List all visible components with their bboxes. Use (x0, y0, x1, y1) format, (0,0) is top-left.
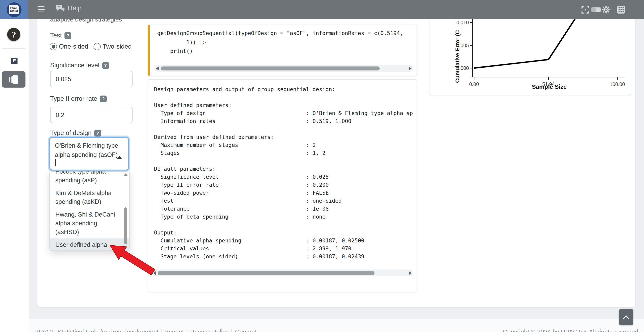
theme-toggle[interactable] (591, 7, 602, 12)
sidebar-item-active-tool[interactable] (2, 71, 26, 88)
rpact-cloud-logo[interactable]: PACT Cloud (0, 0, 28, 19)
scroll-to-top-button[interactable] (619, 309, 633, 325)
contact-link[interactable]: Contact (235, 328, 256, 332)
chevron-up-icon (623, 315, 629, 319)
help-badge-icon[interactable]: ? (102, 62, 109, 69)
significance-label: Significance level (50, 62, 99, 69)
imprint-link[interactable]: Imprint (165, 328, 184, 332)
app-window: adaptive design strategies Test ? One-si… (0, 0, 644, 332)
significance-value: 0,025 (56, 76, 71, 82)
type2-label: Type II error rate (50, 95, 97, 102)
r-code[interactable]: getDesignGroupSequential(typeOfDesign = … (157, 29, 403, 56)
chart-card: 0.0000.0050.0100.0051.94100.00 Cumulativ… (429, 10, 631, 96)
test-radio-group: One-sided Two-sided (50, 43, 132, 50)
privacy-policy-link[interactable]: Privacy Policy (190, 328, 229, 332)
option-kim-demets[interactable]: Kim & DeMets alpha spending (asKD) (50, 187, 124, 208)
fullscreen-icon[interactable] (582, 6, 589, 14)
output-scrollbar[interactable] (152, 270, 413, 276)
panels-icon (9, 75, 18, 84)
radio-one-sided[interactable] (50, 43, 57, 50)
question-avatar[interactable]: ? (7, 28, 20, 41)
test-label: Test (50, 32, 62, 39)
help-badge-icon[interactable]: ? (100, 95, 107, 102)
help-badge-icon[interactable]: ? (94, 130, 101, 136)
logo-circle: PACT Cloud (6, 2, 21, 17)
scroll-right-icon[interactable] (409, 271, 412, 275)
menu-icon[interactable] (38, 6, 44, 12)
chevron-up-icon (117, 156, 122, 159)
design-select[interactable]: O'Brien & Fleming type alpha spending (a… (49, 137, 129, 170)
left-sidebar: ? (0, 19, 29, 332)
design-label-row: Type of design ? (50, 130, 101, 136)
top-bar: PACT Cloud ? Help (0, 0, 644, 19)
radio-one-sided-label[interactable]: One-sided (59, 43, 88, 50)
radio-two-sided-label[interactable]: Two-sided (103, 43, 132, 50)
help-button[interactable]: ? Help (56, 4, 82, 12)
chart-x-axis-label: Sample Size (474, 83, 624, 90)
radio-two-sided[interactable] (94, 43, 101, 50)
design-output-text[interactable]: Design parameters and output of group se… (154, 85, 413, 260)
logo-text-1: PACT (10, 6, 18, 10)
test-label-row: Test ? (50, 32, 72, 39)
scroll-right-icon[interactable] (409, 66, 412, 70)
significance-input[interactable]: 0,025 (50, 71, 132, 87)
code-scroll-thumb[interactable] (161, 66, 380, 70)
footer-brand-row: RPACT. Statistical tools for drug develo… (34, 328, 256, 332)
svg-text:?: ? (58, 5, 60, 9)
r-code-card: getDesignGroupSequential(typeOfDesign = … (148, 25, 417, 76)
code-scrollbar[interactable] (154, 65, 413, 72)
output-scroll-thumb[interactable] (158, 271, 374, 275)
significance-label-row: Significance level ? (50, 62, 109, 69)
footer-copyright: Copyright © 2024 by RPACT®. All rights r… (503, 328, 640, 332)
red-annotation-arrow-icon (102, 237, 161, 281)
scroll-up-icon[interactable] (124, 173, 128, 176)
option-hwang-shi-decani[interactable]: Hwang, Shi & DeCani alpha spending (asHS… (50, 208, 124, 238)
type2-label-row: Type II error rate ? (50, 95, 107, 102)
chat-question-icon: ? (56, 4, 65, 12)
type2-input[interactable]: 0,2 (50, 107, 132, 123)
type2-value: 0,2 (56, 111, 64, 118)
design-output-card: Design parameters and output of group se… (148, 79, 417, 292)
design-label: Type of design (50, 130, 92, 136)
toggle-knob[interactable] (591, 7, 596, 12)
help-label: Help (68, 4, 82, 12)
apps-grid-icon[interactable] (617, 6, 625, 14)
flag-steps-icon[interactable] (11, 58, 18, 64)
logo-text-2: Cloud (10, 10, 18, 13)
design-select-value: O'Brien & Fleming type alpha spending (a… (55, 141, 118, 159)
option-pocock[interactable]: Pocock type alpha spending (asP) (50, 170, 124, 187)
scroll-left-icon[interactable] (156, 66, 159, 70)
gear-icon[interactable] (602, 5, 610, 14)
text-cursor (55, 159, 56, 166)
help-badge-icon[interactable]: ? (65, 32, 72, 39)
footer-brand: RPACT. Statistical tools for drug develo… (34, 328, 158, 332)
sidebar-divider (2, 48, 26, 48)
